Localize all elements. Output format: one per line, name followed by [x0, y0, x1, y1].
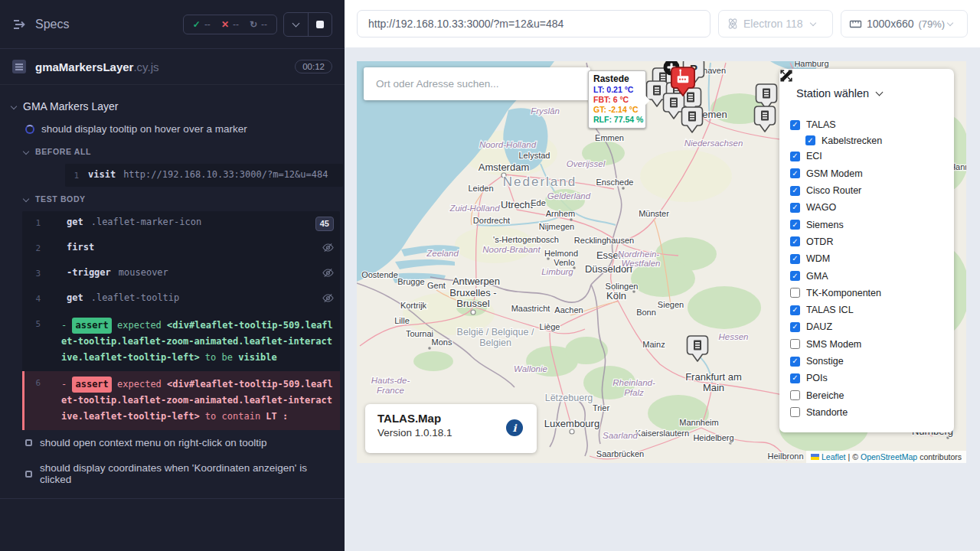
map-label: Frankfurt am [685, 371, 742, 383]
station-checkbox[interactable]: ✓ [790, 152, 800, 161]
station-label: WDM [806, 253, 830, 264]
viewport-zoom: (79%) [919, 18, 946, 30]
station-layer-row: Bereiche [790, 386, 954, 403]
info-icon[interactable]: i [506, 419, 523, 436]
map-label: Münster [639, 209, 669, 218]
map-label: Leiden [468, 184, 493, 193]
leaflet-map[interactable]: AmsterdamBremenEssenDüsseldorfKölnAntwer… [357, 61, 966, 463]
tooltip-value-row: GT: -2.14 °C [593, 105, 641, 115]
spec-row[interactable]: gmaMarkersLayer.cy.js 00:12 [0, 49, 345, 85]
assert-row-passed[interactable]: 5- assert expected <div#leaflet-tooltip-… [22, 312, 340, 371]
cypress-reporter: Specs ✓-- ✕-- ↻-- gmaMarkersLayer.cy.js … [0, 0, 345, 551]
map-label: Ede [531, 198, 546, 207]
chevron-down-icon[interactable] [876, 88, 884, 96]
station-label: OTDR [806, 236, 833, 247]
map-label: Pfalz [624, 388, 644, 397]
url-bar[interactable]: http://192.168.10.33:3000/?m=12&u=484 [357, 10, 710, 37]
command-row[interactable]: 2first [22, 236, 340, 262]
browser-select[interactable]: Electron 118 [718, 10, 833, 37]
map-label: Enschede [596, 178, 634, 187]
spec-duration-badge: 00:12 [295, 60, 332, 73]
tooltip-value-row: FBT: 6 °C [593, 95, 641, 105]
stop-button[interactable] [308, 13, 332, 36]
station-checkbox[interactable] [790, 288, 800, 298]
pending-test-icon [25, 471, 32, 478]
station-checkbox[interactable]: ✓ [790, 305, 800, 315]
map-label: Venlo [554, 258, 575, 267]
station-checkbox[interactable]: ✓ [790, 322, 800, 332]
expand-icon[interactable] [779, 69, 793, 83]
station-checkbox[interactable]: ✓ [790, 120, 800, 130]
active-test-row[interactable]: should display tooltip on hover over a m… [0, 119, 345, 139]
running-spinner-icon [25, 125, 34, 134]
station-label: TALAS ICL [806, 305, 854, 315]
station-checkbox[interactable] [790, 390, 800, 400]
hidden-eye-icon [322, 242, 334, 253]
test-body-section[interactable]: TEST BODY [0, 187, 345, 208]
pending-test-row[interactable]: should open context menu on right-click … [0, 430, 345, 455]
map-label: Aachen [554, 305, 583, 315]
aut-pane: http://192.168.10.33:3000/?m=12&u=484 El… [345, 0, 980, 551]
test-stats: ✓-- ✕-- ↻-- [183, 15, 277, 34]
chevron-down-icon [947, 20, 953, 26]
command-row[interactable]: 4get.leaflet-tooltip [22, 287, 340, 312]
suite-row[interactable]: GMA Markers Layer [0, 94, 345, 119]
map-label: Nordrhein- [618, 249, 659, 259]
command-row[interactable]: 1get.leaflet-marker-icon45 [22, 211, 340, 236]
station-layer-row: TK-Komponenten [790, 285, 954, 302]
map-label: Hamburg [794, 61, 828, 68]
collapse-all-button[interactable] [284, 13, 308, 36]
leaflet-link[interactable]: Leaflet [822, 452, 846, 461]
station-checkbox[interactable]: ✓ [790, 203, 800, 213]
station-checkbox[interactable]: ✓ [790, 373, 800, 383]
station-checkbox[interactable]: ✓ [790, 236, 800, 246]
map-label: Kortrijk [400, 301, 427, 310]
map-label: Maastricht [511, 304, 550, 313]
map-label: Antwerpen [452, 276, 500, 287]
station-layer-row: Standorte [790, 404, 954, 421]
map-label: Saarland [603, 431, 639, 440]
station-checkbox[interactable] [790, 339, 800, 349]
map-label: Trier [593, 403, 610, 412]
viewport-select[interactable]: 1000x660 (79%) [841, 10, 968, 37]
assert-row-failed[interactable]: 6- assert expected <div#leaflet-tooltip-… [22, 371, 340, 430]
station-checkbox[interactable] [790, 407, 800, 417]
station-checkbox[interactable]: ✓ [790, 168, 800, 178]
browser-label: Electron 118 [743, 18, 803, 30]
spec-name: gmaMarkersLayer.cy.js [35, 60, 158, 73]
pending-test-row[interactable]: should display coordinates when 'Koordin… [0, 455, 345, 492]
map-label: Noord-Brabant [482, 245, 541, 254]
tooltip-title: Rastede [593, 74, 641, 84]
search-input[interactable] [374, 77, 580, 90]
viewport-icon [849, 18, 862, 30]
command-row[interactable]: 3-triggermouseover [22, 262, 340, 287]
map-label: Solingen [606, 282, 639, 291]
osm-link[interactable]: OpenStreetMap [861, 452, 917, 461]
map-label: Köln [606, 290, 626, 302]
tooltip-value-row: RLF: 77.54 % [593, 115, 641, 125]
station-checkbox[interactable]: ✓ [790, 254, 800, 264]
station-checkbox[interactable]: ✓ [805, 135, 815, 145]
station-checkbox[interactable]: ✓ [790, 271, 800, 281]
station-layer-row: ✓GSM Modem [790, 165, 954, 182]
map-label: België / Belgique / [457, 327, 534, 337]
map-label: Zeeland [426, 249, 459, 258]
map-label: Belgien [479, 337, 511, 348]
map-label: Rheinland- [612, 378, 655, 387]
station-label: Bereiche [806, 390, 844, 401]
map-label: Limburg [541, 267, 573, 276]
map-label: Nijmegen [539, 222, 574, 231]
map-label: 's-Hertogenbosch [493, 235, 559, 244]
map-label: France [377, 386, 404, 395]
station-label: Siemens [806, 220, 844, 230]
station-checkbox[interactable]: ✓ [790, 357, 800, 367]
before-all-section[interactable]: BEFORE ALL [0, 139, 345, 161]
pending-tests: should open context menu on right-click … [0, 430, 345, 492]
x-icon: ✕ [221, 19, 229, 30]
station-checkbox[interactable]: ✓ [790, 220, 800, 230]
map-label: Saarbrücken [596, 449, 644, 458]
station-checkbox[interactable]: ✓ [790, 186, 800, 196]
command-row[interactable]: 1visithttp://192.168.10.33:3000/?m=12&u=… [65, 164, 343, 187]
refresh-icon: ↻ [250, 19, 257, 30]
specs-menu-icon[interactable] [12, 18, 26, 31]
